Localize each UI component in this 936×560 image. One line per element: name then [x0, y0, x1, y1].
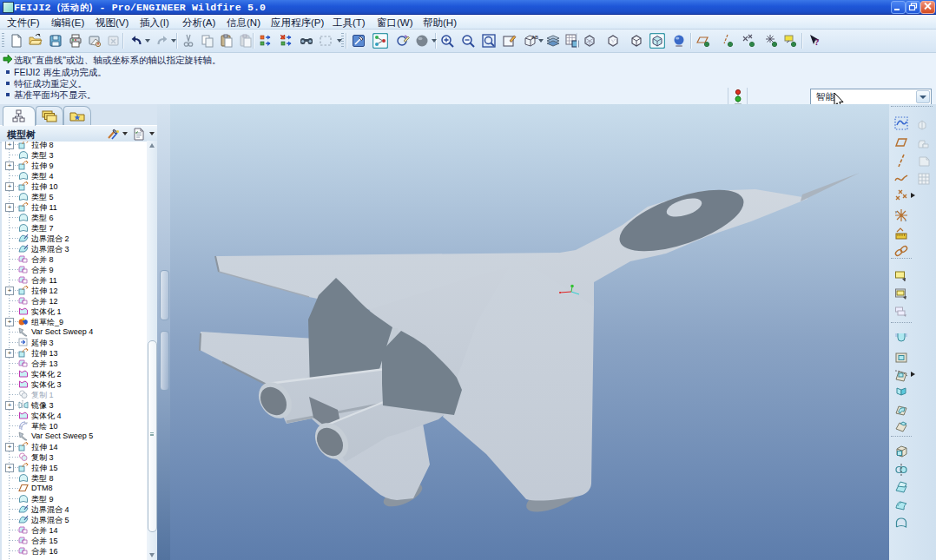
svg-text:?: ?	[814, 36, 820, 47]
svg-text:x: x	[905, 218, 906, 222]
svg-text:AB: AB	[531, 35, 538, 40]
svg-text:y: y	[895, 209, 897, 214]
